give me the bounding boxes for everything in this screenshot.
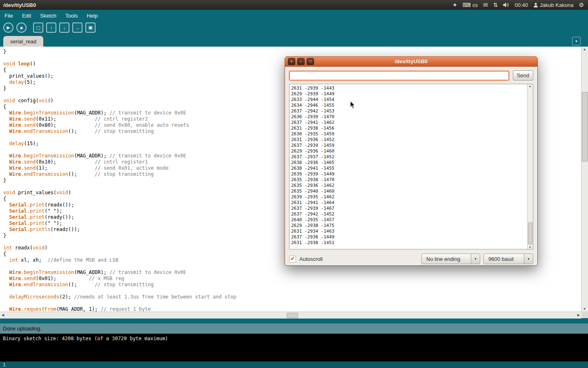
scroll-down-icon[interactable]: ▼ (581, 307, 588, 311)
scroll-up-icon[interactable]: ▲ (581, 47, 588, 51)
serial-scroll-thumb[interactable] (528, 222, 532, 245)
serial-line: 2638 -2936 -1465 (291, 160, 527, 166)
serial-line: 2631 -2939 -1443 (291, 85, 527, 91)
scroll-right-icon[interactable]: ▶ (577, 313, 580, 317)
serial-output-area[interactable]: 2631 -2939 -14432629 -2939 -14492633 -29… (289, 84, 533, 249)
user-name: Jakub Kakona (540, 2, 573, 8)
code-line: } (3, 49, 581, 55)
code-line: Wire.endTransmission(); // stop transmit… (3, 282, 581, 288)
user-icon (533, 2, 538, 7)
horizontal-scroll-thumb[interactable] (287, 313, 298, 318)
code-line: Wire.beginTransmission(MAG_ADDR); // tra… (3, 269, 581, 276)
system-tray: ✦ ⌨ cs ✉ ⇅ 00:40 Jakub Kakona ⚙ (452, 2, 584, 8)
serial-monitor-titlebar[interactable]: × − □ /dev/ttyUSB0 (285, 57, 537, 67)
save-sketch-button[interactable]: ↓ (59, 22, 69, 33)
scrollbar-corner (581, 312, 588, 318)
tab-bar: serial_read ▾ (0, 36, 588, 47)
serial-line: 2635 -2938 -1470 (291, 177, 527, 183)
maximize-button[interactable]: □ (307, 58, 314, 65)
user-menu[interactable]: Jakub Kakona (533, 2, 573, 8)
serial-line: 2639 -2939 -1449 (291, 171, 527, 177)
autoscroll-checkbox[interactable]: ✔ (289, 256, 296, 263)
chevron-down-icon: ▾ (471, 254, 480, 264)
serial-line: 2637 -2941 -1462 (291, 120, 527, 126)
send-button[interactable]: Send (513, 70, 533, 81)
serial-line: 2629 -2939 -1449 (291, 91, 527, 97)
serial-output-scrollbar[interactable]: ▲ ▼ (527, 84, 533, 249)
check-icon: ✔ (290, 256, 295, 261)
tab-serial-read[interactable]: serial_read (3, 36, 43, 47)
scroll-up-icon[interactable]: ▲ (528, 85, 532, 88)
scroll-left-icon[interactable]: ◀ (2, 313, 4, 317)
window-controls: × − □ (288, 58, 314, 65)
build-console: Binary sketch size: 4208 bytes (of a 307… (0, 334, 588, 361)
baud-rate-select[interactable]: 9600 baud ▾ (483, 254, 533, 264)
clock[interactable]: 00:40 (514, 2, 528, 8)
serial-line: 2634 -2946 -1455 (291, 103, 527, 108)
console-text: Binary sketch size: 4208 bytes (of a 307… (3, 336, 168, 341)
serial-line: 2629 -2938 -1475 (291, 223, 527, 229)
verify-button[interactable]: ▶ (3, 22, 13, 33)
line-ending-select[interactable]: No line ending ▾ (421, 254, 480, 264)
indicator-icon[interactable]: ✦ (452, 2, 457, 8)
tab-label: serial_read (10, 38, 36, 45)
serial-monitor-window[interactable]: × − □ /dev/ttyUSB0 Send 2631 -2939 -1443… (285, 56, 538, 266)
serial-monitor-footer: ✔ Autoscroll No line ending ▾ 9600 baud … (285, 249, 537, 264)
code-line: Wire.requestFrom(MAG_ADDR, 1); // reques… (3, 306, 581, 312)
serial-line: 2637 -2938 -1449 (291, 234, 527, 240)
serial-monitor-button[interactable]: ▣ (85, 22, 96, 33)
keyboard-layout-label: cs (472, 2, 478, 8)
stop-button[interactable]: ■ (16, 22, 27, 33)
minimize-button[interactable]: − (297, 58, 305, 65)
serial-line: 2635 -2940 -1460 (291, 188, 527, 194)
status-message: Done uploading. (3, 325, 42, 332)
upload-button[interactable]: → (72, 22, 82, 33)
serial-line: 2631 -2934 -1463 (291, 229, 527, 234)
current-line-number: 1 (3, 362, 6, 368)
vertical-scroll-thumb[interactable] (582, 92, 588, 162)
serial-input-row: Send (285, 67, 537, 84)
editor-vertical-scrollbar[interactable]: ▲ ▼ (581, 47, 588, 312)
session-gear-icon[interactable]: ⚙ (579, 2, 584, 8)
baud-rate-value: 9600 baud (484, 254, 524, 264)
serial-line: 2637 -2942 -1453 (291, 108, 527, 114)
chevron-down-icon: ▾ (524, 254, 533, 264)
serial-line: 2629 -2936 -1460 (291, 148, 527, 154)
serial-line: 2637 -2942 -1452 (291, 211, 527, 217)
menu-sketch[interactable]: Sketch (36, 11, 61, 21)
network-icon[interactable]: ⇅ (493, 2, 498, 8)
serial-monitor-title: /dev/ttyUSB0 (285, 58, 537, 65)
serial-line: 2637 -2939 -1459 (291, 143, 527, 148)
serial-line: 2631 -2938 -1451 (291, 240, 527, 246)
system-panel: /dev/ttyUSB0 ✦ ⌨ cs ✉ ⇅ 00:40 Jakub Kako… (0, 0, 588, 10)
serial-input[interactable] (289, 71, 509, 81)
serial-output-text: 2631 -2939 -14432629 -2939 -14492633 -29… (290, 84, 527, 249)
serial-line: 2637 -2939 -1467 (291, 206, 527, 211)
keyboard-layout-indicator[interactable]: ⌨ cs (463, 2, 478, 8)
menu-help[interactable]: Help (82, 11, 102, 21)
menu-tools[interactable]: Tools (61, 11, 82, 21)
serial-line: 2630 -2935 -1459 (291, 131, 527, 137)
autoscroll-label: Autoscroll (299, 256, 323, 262)
open-sketch-button[interactable]: ↑ (46, 22, 56, 33)
desktop: { "panel": { "title": "/dev/ttyUSB0", "k… (0, 0, 588, 368)
serial-line: 2636 -2939 -1470 (291, 114, 527, 120)
serial-line: 2631 -2938 -1456 (291, 126, 527, 131)
code-line (3, 288, 581, 294)
menu-file[interactable]: File (0, 11, 18, 21)
menu-edit[interactable]: Edit (18, 11, 36, 21)
serial-line: 2635 -2936 -1462 (291, 183, 527, 188)
keyboard-icon: ⌨ (463, 2, 471, 8)
serial-line: 2640 -2935 -1457 (291, 217, 527, 223)
tab-menu-button[interactable]: ▾ (572, 37, 581, 45)
new-sketch-button[interactable]: ▢ (33, 22, 43, 33)
mail-icon[interactable]: ✉ (483, 2, 488, 8)
volume-icon[interactable] (503, 2, 509, 7)
menubar: FileEditSketchToolsHelp (0, 10, 588, 21)
line-number-strip: 1 (0, 361, 588, 368)
serial-line: 2637 -2937 -1452 (291, 154, 527, 160)
scroll-down-icon[interactable]: ▼ (528, 246, 532, 249)
close-button[interactable]: × (288, 58, 295, 65)
editor-horizontal-scrollbar[interactable]: ◀ ▶ (0, 312, 581, 319)
line-ending-value: No line ending (422, 254, 471, 264)
